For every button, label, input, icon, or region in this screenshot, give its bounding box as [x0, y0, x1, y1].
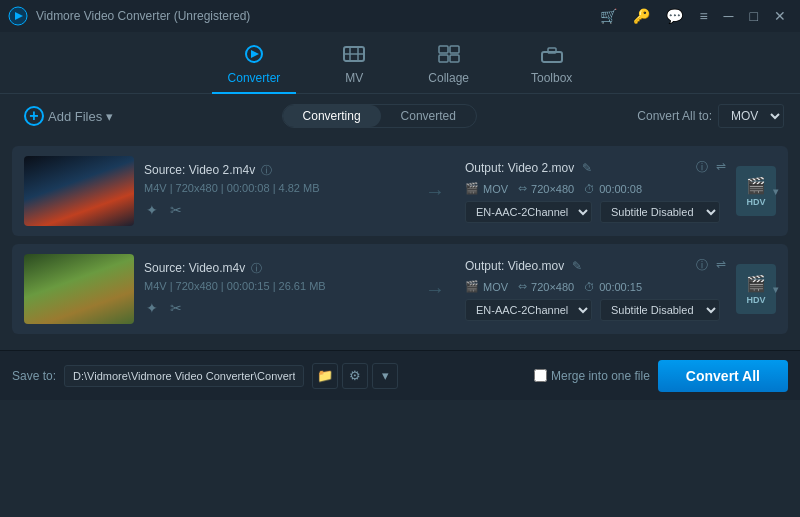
output-dropdowns-1: EN-AAC-2Channel Subtitle Disabled — [465, 201, 726, 223]
tab-toolbox[interactable]: Toolbox — [515, 40, 588, 93]
converting-tab-button[interactable]: Converting — [283, 105, 381, 127]
settings-dropdown-button[interactable]: ▾ — [372, 363, 398, 389]
tab-switch-area: Converting Converted — [129, 104, 629, 128]
output-format-meta-2: 🎬 MOV — [465, 280, 508, 293]
folder-button[interactable]: 📁 — [312, 363, 338, 389]
convert-all-to-area: Convert All to: MOV MP4 AVI MKV — [637, 104, 784, 128]
menu-icon[interactable]: ≡ — [693, 6, 713, 26]
save-path-input[interactable] — [64, 365, 304, 387]
badge-text-2: HDV — [746, 295, 765, 305]
video-info-2: Source: Video.m4v ⓘ M4V | 720x480 | 00:0… — [144, 261, 405, 318]
output-duration-value-1: 00:00:08 — [599, 183, 642, 195]
output-edit-icon-2[interactable]: ✎ — [572, 259, 582, 273]
bottom-bar: Save to: 📁 ⚙ ▾ Merge into one file Conve… — [0, 350, 800, 400]
video-cut-button-2[interactable]: ✂ — [168, 298, 184, 318]
output-format-meta-1: 🎬 MOV — [465, 182, 508, 195]
svg-rect-11 — [450, 55, 459, 62]
svg-rect-13 — [548, 48, 556, 53]
badge-film-icon-1: 🎬 — [746, 176, 766, 195]
tab-converter-label: Converter — [228, 71, 281, 85]
video-source-row-2: Source: Video.m4v ⓘ — [144, 261, 405, 276]
output-resolution-value-1: 720×480 — [531, 183, 574, 195]
video-cut-button-1[interactable]: ✂ — [168, 200, 184, 220]
svg-marker-3 — [251, 50, 259, 58]
convert-all-to-select[interactable]: MOV MP4 AVI MKV — [718, 104, 784, 128]
format-badge-1[interactable]: 🎬 HDV ▾ — [736, 166, 776, 216]
video-info-icon-2[interactable]: ⓘ — [251, 261, 262, 276]
output-duration-meta-2: ⏱ 00:00:15 — [584, 281, 642, 293]
video-thumbnail-2 — [24, 254, 134, 324]
video-effects-button-2[interactable]: ✦ — [144, 298, 160, 318]
tab-mv-label: MV — [345, 71, 363, 85]
badge-arrow-1: ▾ — [773, 186, 778, 197]
output-resolution-meta-2: ⇔ 720×480 — [518, 280, 574, 293]
film-icon-2: 🎬 — [465, 280, 479, 293]
audio-select-1[interactable]: EN-AAC-2Channel — [465, 201, 592, 223]
output-icons-2: ⓘ ⇌ — [696, 257, 726, 274]
video-thumb-2 — [24, 254, 134, 324]
output-settings-icon-2[interactable]: ⇌ — [716, 257, 726, 274]
maximize-button[interactable]: □ — [744, 6, 764, 26]
output-info-icon-2[interactable]: ⓘ — [696, 257, 708, 274]
tab-converter[interactable]: Converter — [212, 40, 297, 93]
add-files-button[interactable]: + Add Files ▾ — [16, 102, 121, 130]
svg-rect-9 — [450, 46, 459, 53]
toolbar: + Add Files ▾ Converting Converted Conve… — [0, 94, 800, 138]
bottom-icons: 📁 ⚙ ▾ — [312, 363, 398, 389]
output-info-icon-1[interactable]: ⓘ — [696, 159, 708, 176]
output-edit-icon-1[interactable]: ✎ — [582, 161, 592, 175]
tab-mv[interactable]: MV — [326, 40, 382, 93]
cart-icon[interactable]: 🛒 — [594, 6, 623, 26]
output-label-2: Output: Video.mov — [465, 259, 564, 273]
output-format-value-2: MOV — [483, 281, 508, 293]
add-files-arrow-icon: ▾ — [106, 109, 113, 124]
output-meta-row-2: 🎬 MOV ⇔ 720×480 ⏱ 00:00:15 — [465, 280, 726, 293]
minimize-button[interactable]: ─ — [718, 6, 740, 26]
clock-icon-2: ⏱ — [584, 281, 595, 293]
output-icons-1: ⓘ ⇌ — [696, 159, 726, 176]
clock-icon-1: ⏱ — [584, 183, 595, 195]
close-button[interactable]: ✕ — [768, 6, 792, 26]
output-settings-icon-1[interactable]: ⇌ — [716, 159, 726, 176]
svg-rect-10 — [439, 55, 448, 62]
output-row1-1: Output: Video 2.mov ✎ ⓘ ⇌ — [465, 159, 726, 176]
title-bar: Vidmore Video Converter (Unregistered) 🛒… — [0, 0, 800, 32]
format-badge-2[interactable]: 🎬 HDV ▾ — [736, 264, 776, 314]
video-source-label-1: Source: Video 2.m4v — [144, 163, 255, 177]
subtitle-select-2[interactable]: Subtitle Disabled — [600, 299, 720, 321]
output-dropdowns-2: EN-AAC-2Channel Subtitle Disabled — [465, 299, 726, 321]
main-content: Source: Video 2.m4v ⓘ M4V | 720x480 | 00… — [0, 138, 800, 350]
add-files-label: Add Files — [48, 109, 102, 124]
chat-icon[interactable]: 💬 — [660, 6, 689, 26]
convert-all-button[interactable]: Convert All — [658, 360, 788, 392]
tab-switch: Converting Converted — [282, 104, 477, 128]
toolbox-icon — [540, 44, 564, 69]
tab-collage[interactable]: Collage — [412, 40, 485, 93]
nav-tabs: Converter MV Collage — [0, 32, 800, 94]
badge-text-1: HDV — [746, 197, 765, 207]
video-info-1: Source: Video 2.m4v ⓘ M4V | 720x480 | 00… — [144, 163, 405, 220]
video-actions-1: ✦ ✂ — [144, 200, 405, 220]
film-icon-1: 🎬 — [465, 182, 479, 195]
output-label-1: Output: Video 2.mov — [465, 161, 574, 175]
video-actions-2: ✦ ✂ — [144, 298, 405, 318]
audio-select-2[interactable]: EN-AAC-2Channel — [465, 299, 592, 321]
key-icon[interactable]: 🔑 — [627, 6, 656, 26]
settings-button[interactable]: ⚙ — [342, 363, 368, 389]
output-duration-value-2: 00:00:15 — [599, 281, 642, 293]
resize-icon-2: ⇔ — [518, 280, 527, 293]
merge-label: Merge into one file — [551, 369, 650, 383]
video-card-2: Source: Video.m4v ⓘ M4V | 720x480 | 00:0… — [12, 244, 788, 334]
app-logo — [8, 6, 28, 26]
merge-checkbox-input[interactable] — [534, 369, 547, 382]
video-source-label-2: Source: Video.m4v — [144, 261, 245, 275]
subtitle-select-1[interactable]: Subtitle Disabled — [600, 201, 720, 223]
save-to-label: Save to: — [12, 369, 56, 383]
video-info-icon-1[interactable]: ⓘ — [261, 163, 272, 178]
output-duration-meta-1: ⏱ 00:00:08 — [584, 183, 642, 195]
add-files-plus-icon: + — [24, 106, 44, 126]
app-title: Vidmore Video Converter (Unregistered) — [36, 9, 594, 23]
converter-icon — [242, 44, 266, 69]
video-effects-button-1[interactable]: ✦ — [144, 200, 160, 220]
converted-tab-button[interactable]: Converted — [381, 105, 476, 127]
